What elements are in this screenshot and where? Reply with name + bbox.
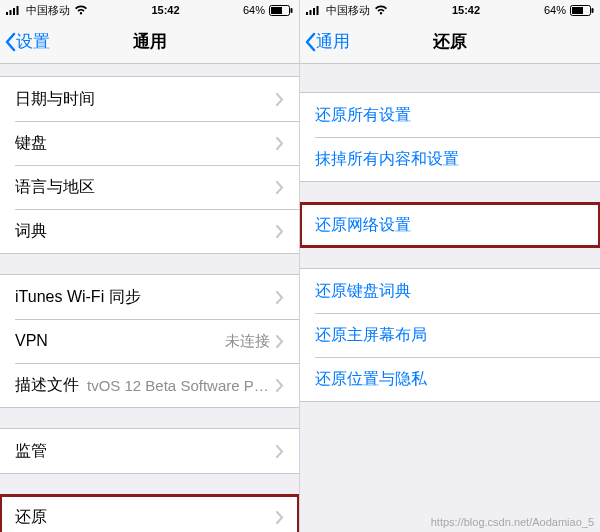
row-reset-keyboard-dict[interactable]: 还原键盘词典 bbox=[300, 269, 600, 313]
svg-rect-10 bbox=[317, 6, 319, 15]
profile-value: tvOS 12 Beta Software Profile bbox=[87, 377, 270, 394]
group-reset-all: 还原所有设置 抹掉所有内容和设置 bbox=[300, 92, 600, 182]
back-button[interactable]: 通用 bbox=[300, 30, 350, 53]
chevron-right-icon bbox=[276, 225, 284, 238]
phone-right: 中国移动 15:42 64% 通用 还原 还原所有设置 抹掉所有内容和设置 bbox=[300, 0, 600, 532]
svg-rect-9 bbox=[313, 8, 315, 15]
row-itunes-wifi-sync[interactable]: iTunes Wi-Fi 同步 bbox=[0, 275, 299, 319]
vpn-status: 未连接 bbox=[225, 332, 270, 351]
nav-bar: 设置 通用 bbox=[0, 20, 299, 64]
back-label: 通用 bbox=[316, 30, 350, 53]
chevron-right-icon bbox=[276, 137, 284, 150]
svg-rect-8 bbox=[310, 10, 312, 15]
svg-rect-0 bbox=[6, 12, 8, 15]
clock: 15:42 bbox=[452, 4, 480, 16]
settings-list[interactable]: 日期与时间 键盘 语言与地区 词典 iTunes Wi-Fi 同步 bbox=[0, 64, 299, 532]
chevron-right-icon bbox=[276, 335, 284, 348]
chevron-right-icon bbox=[276, 445, 284, 458]
carrier-label: 中国移动 bbox=[326, 3, 370, 18]
row-reset-location-privacy[interactable]: 还原位置与隐私 bbox=[300, 357, 600, 401]
phone-left: 中国移动 15:42 64% 设置 通用 日期与时间 键盘 bbox=[0, 0, 300, 532]
battery-percent: 64% bbox=[243, 4, 265, 16]
back-button[interactable]: 设置 bbox=[0, 30, 50, 53]
row-erase-all[interactable]: 抹掉所有内容和设置 bbox=[300, 137, 600, 181]
chevron-right-icon bbox=[276, 291, 284, 304]
svg-rect-7 bbox=[306, 12, 308, 15]
battery-icon bbox=[269, 5, 293, 16]
battery-icon bbox=[570, 5, 594, 16]
svg-rect-6 bbox=[290, 8, 292, 13]
row-supervision[interactable]: 监管 bbox=[0, 429, 299, 473]
chevron-right-icon bbox=[276, 93, 284, 106]
row-reset[interactable]: 还原 bbox=[0, 495, 299, 532]
group-datetime: 日期与时间 键盘 语言与地区 词典 bbox=[0, 76, 299, 254]
row-date-time[interactable]: 日期与时间 bbox=[0, 77, 299, 121]
group-sync: iTunes Wi-Fi 同步 VPN 未连接 描述文件 tvOS 12 Bet… bbox=[0, 274, 299, 408]
wifi-icon bbox=[374, 5, 388, 15]
signal-icon bbox=[306, 5, 322, 15]
row-reset-all-settings[interactable]: 还原所有设置 bbox=[300, 93, 600, 137]
chevron-right-icon bbox=[276, 379, 284, 392]
wifi-icon bbox=[74, 5, 88, 15]
back-label: 设置 bbox=[16, 30, 50, 53]
row-vpn[interactable]: VPN 未连接 bbox=[0, 319, 299, 363]
group-reset: 还原 关机 bbox=[0, 494, 299, 532]
row-language-region[interactable]: 语言与地区 bbox=[0, 165, 299, 209]
chevron-right-icon bbox=[276, 181, 284, 194]
signal-icon bbox=[6, 5, 22, 15]
nav-bar: 通用 还原 bbox=[300, 20, 600, 64]
status-bar: 中国移动 15:42 64% bbox=[300, 0, 600, 20]
svg-rect-1 bbox=[10, 10, 12, 15]
group-reset-network: 还原网络设置 bbox=[300, 202, 600, 248]
svg-rect-2 bbox=[13, 8, 15, 15]
chevron-right-icon bbox=[276, 511, 284, 524]
svg-rect-12 bbox=[572, 7, 583, 14]
row-reset-homescreen[interactable]: 还原主屏幕布局 bbox=[300, 313, 600, 357]
status-bar: 中国移动 15:42 64% bbox=[0, 0, 299, 20]
row-dictionary[interactable]: 词典 bbox=[0, 209, 299, 253]
svg-rect-5 bbox=[271, 7, 282, 14]
reset-list[interactable]: 还原所有设置 抹掉所有内容和设置 还原网络设置 还原键盘词典 还原主屏幕布局 还… bbox=[300, 64, 600, 532]
clock: 15:42 bbox=[151, 4, 179, 16]
row-keyboard[interactable]: 键盘 bbox=[0, 121, 299, 165]
svg-rect-13 bbox=[591, 8, 593, 13]
carrier-label: 中国移动 bbox=[26, 3, 70, 18]
battery-percent: 64% bbox=[544, 4, 566, 16]
svg-rect-3 bbox=[17, 6, 19, 15]
group-supervision: 监管 bbox=[0, 428, 299, 474]
row-reset-network[interactable]: 还原网络设置 bbox=[300, 203, 600, 247]
group-reset-misc: 还原键盘词典 还原主屏幕布局 还原位置与隐私 bbox=[300, 268, 600, 402]
row-profiles[interactable]: 描述文件 tvOS 12 Beta Software Profile bbox=[0, 363, 299, 407]
